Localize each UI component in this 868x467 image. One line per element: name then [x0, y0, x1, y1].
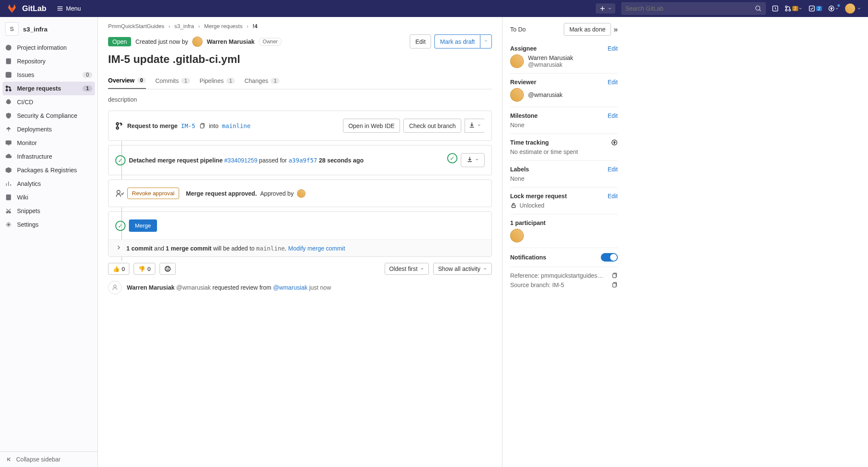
reviewer-user[interactable]: @wmarusiak [510, 88, 618, 102]
open-web-ide-button[interactable]: Open in Web IDE [343, 119, 400, 133]
mark-as-draft-button[interactable]: Mark as draft [434, 34, 480, 48]
expand-toggle[interactable] [115, 244, 122, 252]
copy-reference-button[interactable] [611, 272, 618, 279]
sidebar-item-project-info[interactable]: Project information [0, 41, 97, 54]
edit-reviewer-link[interactable]: Edit [608, 79, 618, 85]
pipeline-stage-icon[interactable]: ✓ [447, 153, 457, 163]
source-branch-link[interactable]: IM-5 [181, 122, 195, 129]
sidebar-item-cicd[interactable]: CI/CD [0, 95, 97, 109]
sidebar-item-security[interactable]: Security & Compliance [0, 109, 97, 122]
svg-rect-15 [6, 195, 11, 200]
activity-item: Warren Marusiak @wmarusiak requested rev… [108, 275, 492, 300]
copy-source-button[interactable] [611, 282, 618, 288]
sidebar-item-repository[interactable]: Repository [0, 54, 97, 68]
activity-filter-dropdown[interactable]: Show all activity [433, 263, 492, 275]
notifications-label: Notifications [510, 254, 546, 261]
tab-commits[interactable]: Commits1 [155, 73, 190, 89]
breadcrumb-project[interactable]: s3_infra [174, 23, 194, 29]
edit-milestone-link[interactable]: Edit [608, 112, 618, 119]
merge-requests-nav-button[interactable]: 2 [785, 5, 802, 12]
sidebar-item-issues[interactable]: Issues0 [0, 68, 97, 82]
revoke-approval-button[interactable]: Revoke approval [127, 188, 179, 199]
merge-button[interactable]: Merge [129, 219, 157, 232]
svg-point-12 [6, 89, 8, 91]
checkout-branch-button[interactable]: Check out branch [403, 119, 461, 133]
mark-draft-dropdown-button[interactable] [480, 34, 492, 48]
sidebar-item-merge-requests[interactable]: Merge requests1 [3, 82, 95, 95]
issues-nav-button[interactable] [772, 5, 779, 12]
sort-dropdown[interactable]: Oldest first [385, 263, 429, 275]
user-menu-button[interactable] [845, 3, 861, 14]
merge-card: ✓ Merge 1 commit and 1 merge commit will… [108, 211, 492, 257]
approver-avatar-icon[interactable] [297, 189, 306, 198]
help-icon[interactable]: ? [611, 139, 618, 146]
activity-author[interactable]: Warren Marusiak [127, 284, 174, 291]
collapse-icon [6, 456, 13, 463]
search-box[interactable] [621, 2, 766, 15]
chevron-right-icon: › [247, 23, 248, 29]
mark-as-done-button[interactable]: Mark as done [564, 23, 611, 36]
sidebar-item-packages[interactable]: Packages & Registries [0, 163, 97, 177]
download-button[interactable] [465, 119, 485, 133]
project-header[interactable]: S s3_infra [0, 17, 97, 41]
sidebar-item-deployments[interactable]: Deployments [0, 122, 97, 136]
target-branch-link[interactable]: mainline [222, 122, 251, 129]
approved-by-label: Approved by [260, 190, 294, 197]
sidebar-item-analytics[interactable]: Analytics [0, 177, 97, 191]
reference-section: Reference: pmmquickstartguides… Source b… [510, 267, 618, 293]
notification-dot-icon [837, 4, 840, 7]
main-area: PmmQuickStartGuides › s3_infra › Merge r… [98, 17, 868, 467]
todos-nav-button[interactable]: 2 [808, 5, 822, 12]
breadcrumb-section[interactable]: Merge requests [204, 23, 243, 29]
expand-sidebar-button[interactable]: » [614, 25, 618, 34]
sidebar-item-infrastructure[interactable]: Infrastructure [0, 150, 97, 163]
search-icon [755, 5, 762, 12]
participants-label: 1 participant [510, 219, 545, 226]
edit-button[interactable]: Edit [410, 34, 431, 48]
sidebar-item-monitor[interactable]: Monitor [0, 136, 97, 150]
tab-pipelines[interactable]: Pipelines1 [200, 73, 235, 89]
assignee-label: Assignee [510, 45, 537, 52]
tab-changes[interactable]: Changes1 [244, 73, 280, 89]
create-new-button[interactable] [596, 3, 615, 14]
issues-count: 0 [83, 72, 92, 78]
edit-labels-link[interactable]: Edit [608, 166, 618, 173]
modify-merge-commit-link[interactable]: Modify merge commit [288, 245, 345, 252]
commit-link[interactable]: a39a9f57 [288, 157, 317, 164]
menu-button[interactable]: Menu [57, 5, 81, 12]
package-icon [5, 167, 12, 174]
chevron-down-icon [477, 122, 481, 128]
thumbs-up-button[interactable]: 👍 0 [108, 263, 129, 275]
participant-avatar-icon[interactable] [510, 229, 524, 242]
svg-text:?: ? [614, 141, 616, 145]
sidebar-item-snippets[interactable]: Snippets [0, 204, 97, 218]
edit-lock-link[interactable]: Edit [608, 193, 618, 199]
tab-overview[interactable]: Overview0 [108, 73, 146, 89]
breadcrumb-group[interactable]: PmmQuickStartGuides [108, 23, 164, 29]
collapse-sidebar-button[interactable]: Collapse sidebar [0, 451, 97, 467]
plus-icon [599, 5, 606, 12]
reviewer-label: Reviewer [510, 79, 536, 85]
sidebar-nav: Project information Repository Issues0 M… [0, 41, 97, 451]
sidebar-item-settings[interactable]: Settings [0, 218, 97, 231]
todo-row: To Do Mark as done » [510, 23, 618, 36]
activity-target-link[interactable]: @wmarusiak [273, 284, 308, 291]
scissors-icon [5, 208, 12, 214]
approved-text: Merge request approved. [186, 190, 257, 197]
pipeline-download-button[interactable] [461, 153, 485, 167]
sidebar-item-wiki[interactable]: Wiki [0, 191, 97, 204]
pipeline-link[interactable]: #334091259 [224, 157, 257, 164]
search-input[interactable] [625, 5, 755, 12]
add-reaction-button[interactable] [160, 263, 176, 275]
edit-assignee-link[interactable]: Edit [608, 45, 618, 52]
todo-icon [808, 5, 815, 12]
svg-point-11 [6, 86, 8, 88]
author-name[interactable]: Warren Marusiak [207, 38, 254, 45]
thumbs-down-button[interactable]: 👎 0 [134, 263, 155, 275]
download-combo [465, 119, 485, 133]
svg-point-25 [168, 268, 168, 268]
help-nav-button[interactable]: ? [828, 5, 839, 12]
notifications-toggle[interactable] [601, 253, 618, 262]
assignee-user[interactable]: Warren Marusiak@wmarusiak [510, 54, 618, 68]
copy-icon[interactable] [199, 122, 206, 129]
